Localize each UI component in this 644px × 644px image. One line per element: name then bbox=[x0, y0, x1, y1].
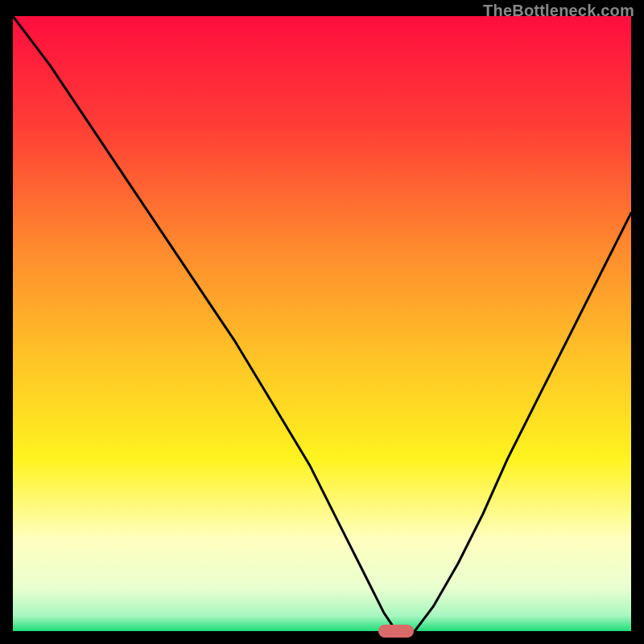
watermark-text: TheBottleneck.com bbox=[483, 2, 634, 20]
optimal-marker bbox=[378, 625, 414, 638]
gradient-background bbox=[13, 16, 631, 631]
chart-frame: TheBottleneck.com bbox=[0, 0, 644, 644]
plot-svg bbox=[13, 16, 631, 631]
plot-area bbox=[13, 16, 631, 631]
